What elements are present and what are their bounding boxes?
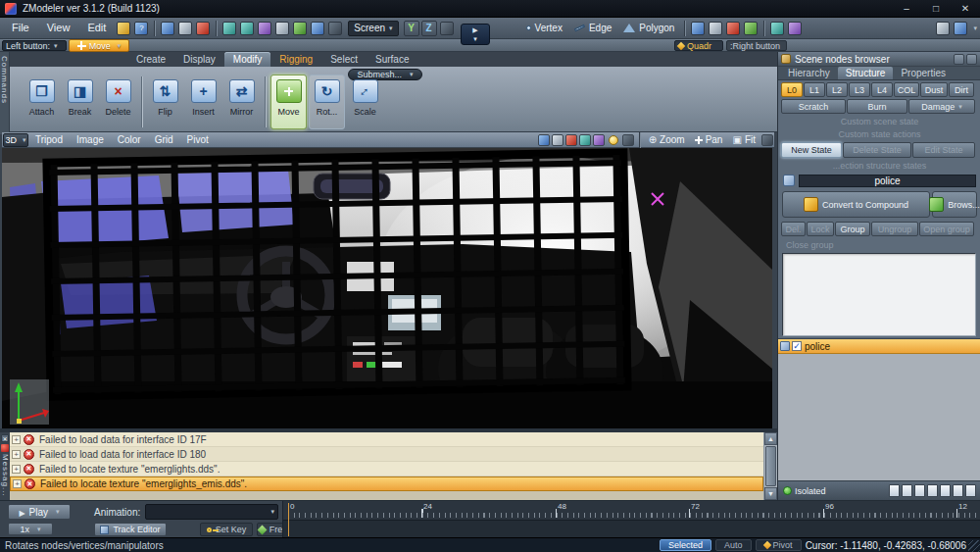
gizmo-icon[interactable] bbox=[311, 22, 324, 35]
node-visibility-checkbox[interactable] bbox=[792, 341, 802, 351]
lock-button[interactable]: Lock bbox=[807, 222, 834, 236]
expand-icon[interactable] bbox=[12, 435, 21, 444]
message-row[interactable]: Failed to load data for interface ID 180 bbox=[10, 447, 763, 462]
grid-toggle-icon[interactable] bbox=[593, 134, 605, 146]
manipulator-icon[interactable] bbox=[328, 22, 342, 35]
ribbon-button-rotate[interactable]: ↻ Rot... bbox=[309, 75, 345, 129]
camera-icon[interactable] bbox=[936, 22, 950, 35]
lod-l4-button[interactable]: L4 bbox=[871, 82, 893, 97]
lod-dust-button[interactable]: Dust bbox=[920, 82, 948, 97]
viewport-menu-tripod[interactable]: Tripod bbox=[28, 134, 70, 145]
ribbon-button-insert[interactable]: + Insert bbox=[185, 75, 221, 129]
convert-to-compound-button[interactable]: Convert to Compound bbox=[782, 191, 930, 218]
maximize-button[interactable]: □ bbox=[921, 0, 951, 18]
tab-create[interactable]: Create bbox=[127, 52, 174, 67]
browse-button[interactable]: Brows... bbox=[932, 191, 977, 218]
polygon-mode-toggle[interactable]: Polygon bbox=[617, 20, 680, 37]
move-binding-button[interactable]: Move bbox=[69, 39, 129, 52]
viewport-menu-grid[interactable]: Grid bbox=[148, 134, 180, 145]
lod-dirt-button[interactable]: Dirt bbox=[949, 82, 974, 97]
redo-icon[interactable] bbox=[240, 22, 254, 35]
message-row[interactable]: Failed to load data for interface ID 17F bbox=[10, 432, 763, 447]
scene-node-list[interactable]: police bbox=[778, 338, 980, 480]
layer-doc-icon[interactable] bbox=[889, 484, 900, 497]
zoom-button[interactable]: ⊕ Zoom bbox=[644, 134, 690, 145]
ribbon-button-scale[interactable]: ↕ Scale bbox=[347, 75, 383, 129]
viewport-menu-image[interactable]: Image bbox=[70, 134, 111, 145]
expand-icon[interactable] bbox=[13, 479, 22, 488]
set-key-button[interactable]: Set Key bbox=[200, 523, 253, 536]
new-state-button[interactable]: New State bbox=[781, 142, 842, 158]
resize-grip[interactable] bbox=[968, 540, 980, 552]
timeline-playhead[interactable] bbox=[288, 503, 289, 536]
screen-space-dropdown[interactable]: Screen bbox=[348, 21, 398, 36]
message-row[interactable]: Failed to locate texture "emerglights.dd… bbox=[10, 462, 763, 477]
layer-doc-icon[interactable] bbox=[914, 484, 925, 497]
scratch-button[interactable]: Scratch bbox=[781, 99, 846, 114]
symmetry-icon[interactable] bbox=[744, 22, 758, 35]
shading-mode-icon[interactable] bbox=[538, 134, 550, 146]
damage-dropdown[interactable]: Damage bbox=[908, 99, 975, 114]
menu-file[interactable]: File bbox=[3, 18, 38, 38]
close-messages-icon[interactable]: ✕ bbox=[1, 434, 9, 442]
scrollbar-thumb[interactable] bbox=[765, 446, 776, 486]
burn-button[interactable]: Burn bbox=[847, 99, 907, 114]
selected-mode-button[interactable]: Selected bbox=[660, 539, 711, 551]
layer-doc-icon[interactable] bbox=[902, 484, 912, 497]
open-file-icon[interactable] bbox=[178, 22, 192, 35]
right-button-selector[interactable]: :Right button bbox=[726, 40, 787, 51]
viewport-menu-color[interactable]: Color bbox=[111, 134, 148, 145]
uv-mapper-icon[interactable] bbox=[788, 22, 802, 35]
local-axes-icon[interactable] bbox=[293, 22, 307, 35]
wireframe-icon[interactable] bbox=[552, 134, 564, 146]
tab-hierarchy[interactable]: Hierarchy bbox=[780, 67, 838, 79]
commands-strip[interactable]: Commands bbox=[0, 52, 10, 134]
lod-l0-button[interactable]: L0 bbox=[781, 82, 803, 97]
messages-strip[interactable]: ✕ Messag... bbox=[0, 432, 10, 500]
lod-l1-button[interactable]: L1 bbox=[804, 82, 825, 97]
undo-icon[interactable] bbox=[222, 22, 236, 35]
fit-button[interactable]: ▣ Fit bbox=[727, 134, 760, 145]
sphere-select-icon[interactable] bbox=[691, 22, 705, 35]
tab-display[interactable]: Display bbox=[174, 52, 224, 67]
scroll-down-icon[interactable] bbox=[764, 487, 777, 500]
left-button-selector[interactable]: Left button: bbox=[2, 40, 67, 51]
toolbar-overflow-button[interactable] bbox=[461, 24, 490, 45]
lod-col-button[interactable]: COL bbox=[894, 82, 919, 97]
quadr-binding-button[interactable]: Quadr bbox=[674, 40, 723, 51]
maximize-view-icon[interactable] bbox=[761, 134, 773, 146]
pan-button[interactable]: Pan bbox=[690, 134, 728, 145]
playback-speed-button[interactable]: 1x bbox=[8, 523, 53, 535]
lod-l3-button[interactable]: L3 bbox=[849, 82, 870, 97]
lod-l2-button[interactable]: L2 bbox=[826, 82, 848, 97]
ungroup-button[interactable]: Ungroup bbox=[871, 222, 918, 236]
group-button[interactable]: Group bbox=[835, 222, 870, 236]
expand-icon[interactable] bbox=[12, 450, 21, 459]
menu-view[interactable]: View bbox=[38, 18, 79, 38]
layer-doc-icon[interactable] bbox=[965, 484, 976, 497]
axis-y-toggle[interactable]: Y bbox=[404, 21, 419, 36]
tab-structure[interactable]: Structure bbox=[838, 67, 894, 79]
open-group-button[interactable]: Open group bbox=[919, 222, 974, 236]
pivot-mode-button[interactable]: Pivot bbox=[756, 539, 802, 551]
delete-state-button[interactable]: Delete State bbox=[843, 142, 911, 158]
tab-select[interactable]: Select bbox=[321, 52, 367, 67]
tab-surface[interactable]: Surface bbox=[367, 52, 417, 67]
ribbon-button-move[interactable]: Move bbox=[270, 75, 307, 129]
isolated-indicator-icon[interactable] bbox=[783, 486, 792, 495]
messages-scrollbar[interactable] bbox=[763, 432, 777, 500]
delete-node-button[interactable]: Del. bbox=[781, 222, 806, 236]
layer-doc-icon[interactable] bbox=[940, 484, 951, 497]
error-filter-icon[interactable] bbox=[1, 444, 9, 452]
structure-states-listbox[interactable] bbox=[782, 253, 976, 336]
edit-state-button[interactable]: Edit State bbox=[912, 142, 975, 158]
tab-rigging[interactable]: Rigging bbox=[270, 52, 321, 67]
save-file-icon[interactable] bbox=[196, 22, 210, 35]
tab-modify[interactable]: Modify bbox=[224, 52, 270, 67]
chevron-down-icon[interactable] bbox=[973, 25, 977, 32]
scroll-up-icon[interactable] bbox=[764, 432, 777, 445]
layer-doc-icon[interactable] bbox=[927, 484, 938, 497]
close-button[interactable]: ✕ bbox=[951, 0, 980, 18]
help-icon[interactable]: ? bbox=[134, 22, 148, 35]
wrench-icon[interactable] bbox=[954, 54, 964, 65]
